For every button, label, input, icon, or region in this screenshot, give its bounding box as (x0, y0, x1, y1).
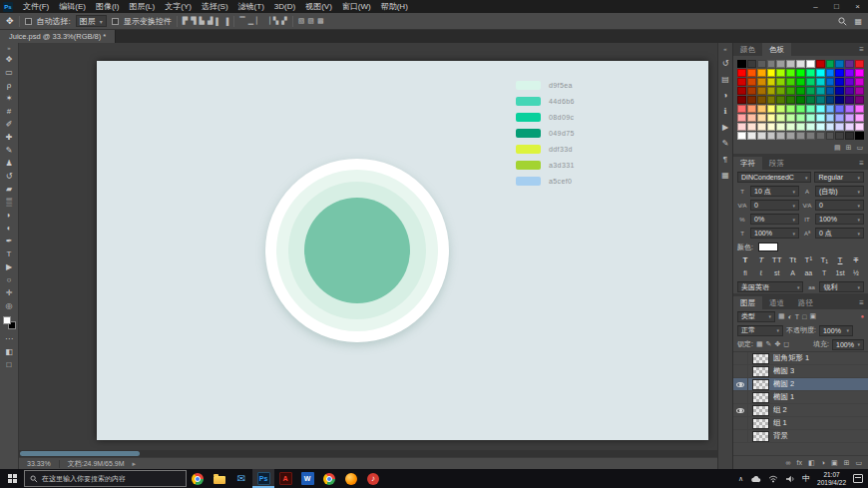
tab-channels[interactable]: 通道 (762, 296, 791, 309)
firefox-icon[interactable] (340, 469, 362, 488)
color-swatch[interactable] (767, 69, 776, 77)
history-brush-tool[interactable]: ↺ (1, 170, 18, 183)
layer-mask-icon[interactable]: ◧ (808, 459, 815, 467)
color-swatch[interactable] (806, 78, 815, 86)
color-swatch[interactable] (786, 60, 795, 68)
tab-paragraph[interactable]: 段落 (762, 157, 791, 170)
color-swatch[interactable] (747, 114, 756, 122)
color-swatch[interactable] (826, 114, 835, 122)
strikethrough-toggle[interactable]: T (850, 255, 862, 264)
color-swatch[interactable] (806, 69, 815, 77)
color-swatch[interactable] (845, 105, 854, 113)
move-tool[interactable]: ✥ (1, 53, 18, 66)
color-swatch[interactable] (757, 114, 766, 122)
eraser-tool[interactable]: ▰ (1, 183, 18, 196)
search-icon[interactable] (838, 17, 847, 26)
color-swatch[interactable] (855, 114, 864, 122)
opentype-feature-icon[interactable]: T (818, 269, 830, 276)
opentype-feature-icon[interactable]: ℓ (755, 269, 767, 276)
color-swatch[interactable] (855, 78, 864, 86)
opentype-feature-icon[interactable]: st (771, 269, 783, 276)
workspace-switcher-icon[interactable]: ▦ (854, 17, 862, 26)
color-swatch[interactable] (855, 69, 864, 77)
eyedropper-tool[interactable]: ✐ (1, 118, 18, 131)
color-swatch[interactable] (737, 69, 746, 77)
color-swatch[interactable] (776, 69, 785, 77)
align-icon[interactable]: ▐ (223, 18, 228, 25)
history-panel-icon[interactable]: ↺ (722, 59, 729, 68)
text-color-swatch[interactable] (758, 243, 778, 251)
color-swatch[interactable] (776, 96, 785, 104)
color-swatch[interactable] (806, 87, 815, 95)
menu-item[interactable]: 编辑(E) (54, 0, 91, 13)
color-swatch[interactable] (816, 114, 825, 122)
color-swatch[interactable] (747, 96, 756, 104)
menu-item[interactable]: 帮助(H) (376, 0, 413, 13)
color-swatch[interactable] (845, 114, 854, 122)
start-button[interactable] (0, 469, 24, 488)
new-swatch-icon[interactable]: ⊞ (846, 144, 852, 152)
filter-adjustment-icon[interactable]: ◐ (788, 313, 792, 320)
underline-toggle[interactable]: T (834, 255, 846, 264)
color-swatch[interactable] (826, 105, 835, 113)
color-swatch[interactable] (757, 105, 766, 113)
layer-name[interactable]: 椭圆 2 (773, 379, 794, 389)
opentype-feature-icon[interactable]: A (787, 269, 799, 276)
distribute-icon[interactable]: ▔ (239, 17, 244, 25)
taskbar-clock[interactable]: 21:07 2019/4/22 (817, 471, 846, 486)
color-swatch[interactable] (845, 87, 854, 95)
color-swatch[interactable] (826, 132, 835, 140)
color-swatch[interactable] (826, 87, 835, 95)
layer-name[interactable]: 背景 (773, 431, 788, 441)
menu-item[interactable]: 文件(F) (18, 0, 54, 13)
color-swatch[interactable] (816, 78, 825, 86)
color-swatch[interactable] (737, 60, 746, 68)
color-swatch[interactable] (806, 132, 815, 140)
layer-thumbnail[interactable] (752, 431, 769, 442)
kerning-field[interactable]: 0 (750, 200, 799, 211)
filter-pixel-icon[interactable]: ▦ (778, 312, 785, 320)
layer-thumbnail[interactable] (752, 366, 769, 377)
distribute-icon[interactable]: ▕ (264, 17, 269, 25)
foreground-color-chip[interactable] (3, 316, 11, 324)
layer-thumbnail[interactable] (752, 392, 769, 403)
color-swatch[interactable] (835, 132, 844, 140)
panel-menu-icon[interactable]: ≡ (859, 43, 868, 56)
new-group-icon[interactable]: ▣ (831, 459, 838, 467)
lock-position-icon[interactable]: ✥ (774, 340, 780, 348)
color-swatch[interactable] (835, 114, 844, 122)
color-swatch[interactable] (806, 105, 815, 113)
tab-paths[interactable]: 路径 (791, 296, 820, 309)
music-app-icon[interactable]: ♪ (362, 469, 384, 488)
font-size-field[interactable]: 10 点 (750, 186, 799, 197)
menu-item[interactable]: 3D(D) (269, 0, 300, 13)
foreground-background-colors[interactable] (3, 316, 16, 329)
color-swatch[interactable] (737, 96, 746, 104)
color-swatch[interactable] (806, 123, 815, 131)
color-swatch[interactable] (747, 60, 756, 68)
color-swatch[interactable] (776, 78, 785, 86)
new-layer-icon[interactable]: ⊞ (844, 459, 850, 467)
link-layers-icon[interactable]: ∞ (786, 459, 791, 466)
color-swatch[interactable] (767, 87, 776, 95)
tab-color[interactable]: 颜色 (733, 43, 762, 56)
layer-name[interactable]: 组 1 (773, 418, 787, 428)
color-swatch[interactable] (806, 60, 815, 68)
marquee-tool[interactable]: ▭ (1, 66, 18, 79)
color-swatch[interactable] (845, 78, 854, 86)
horizontal-scale-field[interactable]: 100% (750, 228, 799, 239)
color-swatch[interactable] (806, 114, 815, 122)
color-swatch[interactable] (776, 105, 785, 113)
document-canvas[interactable]: d9f5ea 44d6b6 08d09c (97, 61, 708, 440)
vertical-scale-field[interactable]: 100% (815, 214, 864, 225)
input-method-indicator[interactable]: 中 (802, 473, 810, 484)
zoom-tool[interactable]: ◎ (1, 299, 18, 312)
color-swatch[interactable] (786, 69, 795, 77)
color-swatch[interactable] (855, 132, 864, 140)
color-swatch[interactable] (776, 60, 785, 68)
color-swatch[interactable] (835, 69, 844, 77)
color-swatch[interactable] (796, 105, 805, 113)
color-swatch[interactable] (835, 87, 844, 95)
menu-item[interactable]: 选择(S) (197, 0, 233, 13)
layer-row[interactable]: 椭圆 1 (733, 391, 868, 404)
